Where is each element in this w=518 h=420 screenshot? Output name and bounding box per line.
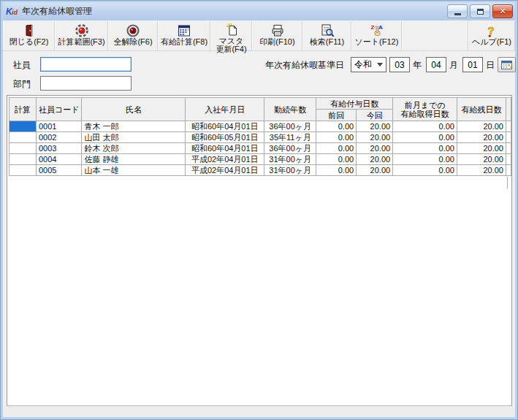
cell-curr-grant[interactable]: 20.00	[357, 143, 393, 154]
header-remaining: 有給残日数	[457, 98, 506, 121]
header-name: 氏名	[82, 98, 186, 121]
cell-remaining[interactable]: 20.00	[457, 121, 506, 132]
cell-hire-date[interactable]: 昭和60年04月01日	[186, 121, 264, 132]
svg-text:id: id	[12, 9, 18, 16]
header-grant-group: 有給付与日数	[316, 98, 393, 110]
cell-code[interactable]: 0004	[36, 154, 82, 165]
search-button-f11[interactable]: 検索(F11)	[302, 21, 351, 50]
cell-taken[interactable]: 0.00	[393, 143, 457, 154]
table-row: 0003鈴木 次郎昭和60年04月01日36年00ヶ月0.0020.000.00…	[9, 143, 511, 154]
toolbar-button-label: ソート(F12)	[355, 38, 399, 46]
cell-hire-date[interactable]: 昭和60年05月01日	[186, 132, 264, 143]
titlebar: K id 年次有給休暇管理 ✕	[3, 2, 515, 20]
toolbar-button-label: 全解除(F6)	[113, 38, 152, 46]
toolbar-button-label: 計算範囲(F3)	[58, 38, 104, 46]
minimize-button[interactable]	[447, 4, 468, 18]
leave-table: 計算 社員コード 氏名 入社年月日 勤続年数 有給付与日数 前月までの 有給取得…	[9, 97, 511, 176]
cell-prev-grant[interactable]: 0.00	[316, 121, 357, 132]
cell-prev-grant[interactable]: 0.00	[316, 154, 357, 165]
close-window-button[interactable]: ✕	[492, 4, 513, 18]
cell-remaining[interactable]: 20.00	[457, 154, 506, 165]
calc-cell[interactable]	[9, 143, 37, 154]
year-input[interactable]	[389, 57, 410, 72]
cell-service[interactable]: 31年00ヶ月	[264, 154, 316, 165]
cell-hire-date[interactable]: 平成02年04月01日	[186, 154, 264, 165]
help-button-f1[interactable]: ? ヘルプ(F1)	[468, 21, 515, 50]
cell-service[interactable]: 36年00ヶ月	[264, 143, 316, 154]
cell-hire-date[interactable]: 昭和60年04月01日	[186, 143, 264, 154]
employee-grid-area: 計算 社員コード 氏名 入社年月日 勤続年数 有給付与日数 前月までの 有給取得…	[7, 95, 512, 406]
cell-name[interactable]: 佐藤 静雄	[82, 154, 186, 165]
svg-text:Z: Z	[370, 24, 374, 31]
month-input[interactable]	[426, 57, 446, 72]
cell-curr-grant[interactable]: 20.00	[357, 154, 393, 165]
sort-button-f12[interactable]: ZA ソート(F12)	[351, 21, 402, 50]
month-unit-label: 月	[449, 59, 458, 72]
header-spacer	[506, 98, 511, 121]
print-button-f10[interactable]: 印刷(F10)	[252, 21, 302, 50]
window-title: 年次有給休暇管理	[22, 5, 92, 18]
close-button-f2[interactable]: 閉じる(F2)	[3, 21, 55, 50]
client-area: 閉じる(F2) 計算範囲(F3) 全解除(F6) 有給計算(F8)	[3, 20, 515, 417]
era-value: 令和	[354, 58, 372, 71]
employee-input[interactable]	[40, 57, 132, 72]
cell-name[interactable]: 山田 太郎	[82, 132, 186, 143]
cell-taken[interactable]: 0.00	[393, 165, 457, 176]
calendar-button[interactable]	[498, 57, 516, 72]
cell-name[interactable]: 鈴木 次郎	[82, 143, 186, 154]
cell-name[interactable]: 山本 一雄	[82, 165, 186, 176]
cell-taken[interactable]: 0.00	[393, 154, 457, 165]
calc-range-icon	[75, 23, 89, 38]
cell-code[interactable]: 0005	[36, 165, 82, 176]
calc-range-button-f3[interactable]: 計算範囲(F3)	[55, 21, 108, 50]
paid-leave-calc-button-f8[interactable]: 有給計算(F8)	[158, 21, 210, 50]
cell-prev-grant[interactable]: 0.00	[316, 132, 357, 143]
cell-code[interactable]: 0002	[36, 132, 82, 143]
department-input[interactable]	[40, 76, 132, 91]
cell-service[interactable]: 36年00ヶ月	[264, 121, 316, 132]
header-code: 社員コード	[36, 98, 82, 121]
cell-remaining[interactable]: 20.00	[457, 143, 506, 154]
calc-cell[interactable]	[9, 165, 37, 176]
printer-icon	[270, 23, 285, 38]
master-update-button-f4[interactable]: マスタ 更新(F4)	[210, 21, 252, 50]
cell-taken[interactable]: 0.00	[393, 121, 457, 132]
table-row: 0004佐藤 静雄平成02年04月01日31年00ヶ月0.0020.000.00…	[9, 154, 511, 165]
maximize-icon	[477, 9, 484, 15]
day-input[interactable]	[462, 57, 483, 72]
cell-code[interactable]: 0001	[36, 121, 82, 132]
cell-curr-grant[interactable]: 20.00	[357, 121, 393, 132]
leave-table-body: 0001青木 一郎昭和60年04月01日36年00ヶ月0.0020.000.00…	[9, 121, 511, 176]
status-bar	[3, 407, 515, 417]
cell-name[interactable]: 青木 一郎	[82, 121, 186, 132]
toolbar-button-label: 印刷(F10)	[259, 38, 294, 46]
spacer-cell	[506, 154, 511, 165]
app-logo-icon: K id	[6, 6, 18, 17]
cell-service[interactable]: 31年00ヶ月	[264, 165, 316, 176]
cell-curr-grant[interactable]: 20.00	[357, 132, 393, 143]
svg-text:?: ?	[488, 24, 495, 37]
cell-hire-date[interactable]: 平成02年04月01日	[186, 165, 264, 176]
calc-cell[interactable]	[9, 121, 37, 132]
clear-all-button-f6[interactable]: 全解除(F6)	[108, 21, 158, 50]
cell-remaining[interactable]: 20.00	[457, 165, 506, 176]
calc-cell[interactable]	[9, 154, 37, 165]
master-update-icon	[224, 23, 239, 37]
cell-service[interactable]: 35年11ヶ月	[264, 132, 316, 143]
header-hire-date: 入社年月日	[186, 98, 264, 121]
door-close-icon	[22, 23, 37, 38]
toolbar-button-label: マスタ 更新(F4)	[216, 37, 246, 53]
cell-remaining[interactable]: 20.00	[457, 132, 506, 143]
cell-taken[interactable]: 0.00	[393, 132, 457, 143]
maximize-button[interactable]	[470, 4, 490, 18]
spacer-cell	[506, 132, 511, 143]
cell-code[interactable]: 0003	[36, 143, 82, 154]
help-icon: ?	[484, 23, 499, 38]
cell-prev-grant[interactable]: 0.00	[316, 143, 357, 154]
calc-cell[interactable]	[9, 132, 37, 143]
cell-curr-grant[interactable]: 20.00	[357, 165, 393, 176]
era-select[interactable]: 令和	[351, 57, 386, 72]
cell-prev-grant[interactable]: 0.00	[316, 165, 357, 176]
day-unit-label: 日	[486, 59, 495, 72]
search-icon	[320, 23, 335, 38]
